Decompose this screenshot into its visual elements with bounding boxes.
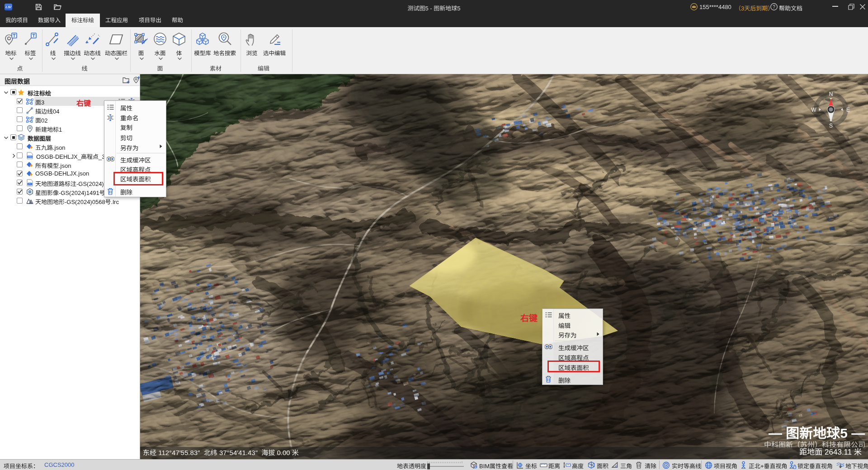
svg-text:N: N	[829, 91, 833, 97]
svg-text:E: E	[846, 107, 850, 113]
svg-text:LRC: LRC	[28, 183, 32, 185]
svg-text:S: S	[829, 123, 833, 129]
svg-text:TPKS: TPKS	[28, 156, 32, 158]
svg-text:?: ?	[773, 5, 775, 9]
svg-text:W: W	[811, 107, 816, 113]
